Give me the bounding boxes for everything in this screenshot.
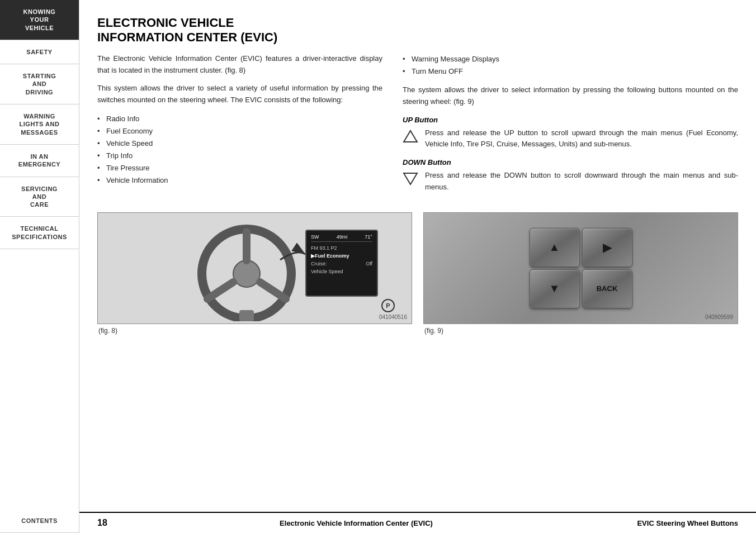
evic-header: SW 49mi 71° [311,234,372,242]
p-indicator: P [381,299,395,312]
figure-9: BACK 040909599 [423,212,738,324]
down-button-text: Press and release the DOWN button to scr… [425,170,738,193]
fig8-number: 041040516 [379,314,407,320]
up-arrow-icon [403,129,418,146]
intro-paragraph-2: This system allows the driver to select … [97,83,382,106]
svg-marker-0 [404,131,417,142]
sidebar-item-starting-and-driving[interactable]: STARTING AND DRIVING [0,64,79,104]
steering-wheel-figure: SW 49mi 71° FM 93.1 P2 ▶Fuel Economy Cru… [98,213,412,323]
steering-wheel-svg [193,215,316,321]
evic-row-3: Cruise: Off [311,260,372,268]
evic-display-panel: SW 49mi 71° FM 93.1 P2 ▶Fuel Economy Cru… [305,230,378,297]
sidebar-item-knowing-your-vehicle[interactable]: KNOWING YOUR VEHICLE [0,0,79,40]
sidebar-item-emergency[interactable]: IN AN EMERGENCY [0,145,79,177]
up-button-cell [530,228,580,267]
page-title: ELECTRONIC VEHICLE INFORMATION CENTER (E… [97,16,738,45]
button-grid: BACK [530,228,632,308]
list-item: Radio Info [97,113,382,125]
list-item: Warning Message Displays [403,53,738,65]
left-column: The Electronic Vehicle Information Cente… [97,53,382,201]
svg-point-3 [233,260,260,287]
right-feature-list: Warning Message Displays Turn Menu OFF [403,53,738,78]
sidebar-spacer [0,249,79,509]
sidebar-item-servicing[interactable]: SERVICING AND CARE [0,177,79,217]
figure-9-container: BACK 040909599 (fig. 9) [423,212,738,335]
footer-right-text: EVIC Steering Wheel Buttons [593,519,738,527]
down-arrow-icon [403,171,418,188]
fig8-caption: (fig. 8) [97,327,412,335]
sidebar-item-safety[interactable]: SAFETY [0,40,79,64]
evic-row-4: Vehicle Speed [311,268,372,275]
sidebar: KNOWING YOUR VEHICLE SAFETY STARTING AND… [0,0,79,533]
list-item: Vehicle Information [97,174,382,187]
svg-line-6 [260,282,286,299]
fig9-number: 040909599 [705,314,733,320]
up-button-text: Press and release the UP button to scrol… [425,127,738,151]
sidebar-item-contents[interactable]: CONTENTS [0,509,79,533]
fig9-caption: (fig. 9) [423,327,738,335]
page-number: 18 [97,518,120,528]
down-button-cell [530,269,580,308]
up-button-desc: Press and release the UP button to scrol… [403,127,738,151]
evic-row-2: ▶Fuel Economy [311,252,372,260]
svg-marker-1 [404,173,417,184]
feature-list: Radio Info Fuel Economy Vehicle Speed Tr… [97,113,382,187]
page-footer: 18 Electronic Vehicle Information Center… [79,512,756,533]
right-button-cell [582,228,632,267]
list-item: Trip Info [97,150,382,162]
main-content: ELECTRONIC VEHICLE INFORMATION CENTER (E… [79,0,756,533]
right-intro: The system allows the driver to select i… [403,84,738,108]
list-item: Vehicle Speed [97,137,382,150]
figures-row: SW 49mi 71° FM 93.1 P2 ▶Fuel Economy Cru… [97,212,738,335]
svg-rect-7 [239,310,254,321]
footer-center-text: Electronic Vehicle Information Center (E… [120,519,593,527]
figure-8-container: SW 49mi 71° FM 93.1 P2 ▶Fuel Economy Cru… [97,212,412,335]
sidebar-item-technical[interactable]: TECHNICAL SPECIFICATIONS [0,217,79,249]
list-item: Fuel Economy [97,125,382,137]
svg-line-5 [207,282,233,299]
down-button-desc: Press and release the DOWN button to scr… [403,170,738,193]
back-button-cell: BACK [582,269,632,308]
button-panel-figure: BACK 040909599 [424,213,738,323]
list-item: Tire Pressure [97,162,382,174]
evic-row-1: FM 93.1 P2 [311,244,372,252]
list-item: Turn Menu OFF [403,65,738,78]
up-button-heading: UP Button [403,116,738,124]
content-columns: The Electronic Vehicle Information Cente… [97,53,738,201]
intro-paragraph-1: The Electronic Vehicle Information Cente… [97,53,382,77]
figure-8: SW 49mi 71° FM 93.1 P2 ▶Fuel Economy Cru… [97,212,412,324]
sidebar-item-warning-lights[interactable]: WARNING LIGHTS AND MESSAGES [0,104,79,145]
right-column: Warning Message Displays Turn Menu OFF T… [403,53,738,201]
down-button-heading: DOWN Button [403,158,738,166]
